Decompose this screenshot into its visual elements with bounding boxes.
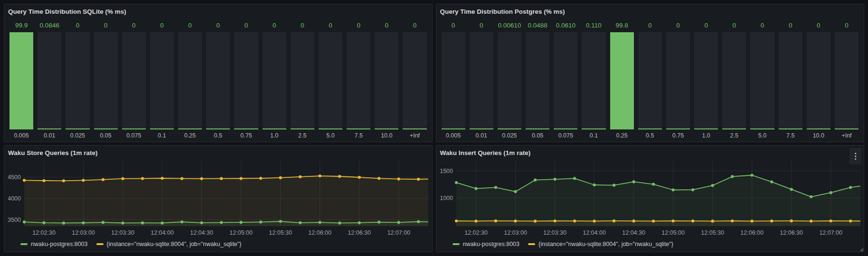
- histogram-column[interactable]: 05.0: [750, 16, 774, 140]
- histogram-column[interactable]: 01.0: [263, 16, 286, 140]
- panel-menu-button[interactable]: ⋮: [849, 148, 861, 165]
- histogram-column[interactable]: 05.0: [319, 16, 342, 140]
- legend-label: nwaku-postgres:8003: [463, 241, 520, 247]
- legend-item[interactable]: {instance="nwaku-sqlite:8004", job="nwak…: [96, 241, 242, 247]
- panel-header[interactable]: Query Time Distribution SQLite (% ms): [8, 7, 428, 16]
- histogram-bar[interactable]: [291, 32, 314, 129]
- postgres-histogram-chart[interactable]: 00.00500.010.006100.0250.04880.050.06100…: [440, 16, 860, 140]
- data-point: [494, 219, 497, 222]
- legend-item[interactable]: nwaku-postgres:8003: [453, 241, 520, 247]
- histogram-column[interactable]: 010.0: [807, 16, 830, 140]
- histogram-column[interactable]: 99.80.25: [610, 16, 634, 140]
- histogram-column[interactable]: 00.75: [666, 16, 690, 140]
- histogram-bar[interactable]: [582, 32, 605, 129]
- histogram-column[interactable]: 0+Inf: [403, 16, 426, 140]
- x-tick-label: 12:07:00: [387, 229, 410, 236]
- bar-category-label: 2.5: [291, 129, 314, 140]
- histogram-column[interactable]: 00.25: [178, 16, 202, 140]
- histogram-column[interactable]: 0.04880.05: [526, 16, 549, 140]
- y-tick-label: 4500: [8, 174, 21, 181]
- data-point: [338, 221, 341, 224]
- histogram-bar[interactable]: [526, 32, 549, 129]
- histogram-column[interactable]: 00.05: [94, 16, 118, 140]
- histogram-column[interactable]: 00.75: [234, 16, 258, 140]
- data-point: [849, 186, 852, 189]
- panel-resize-handle[interactable]: [859, 247, 863, 251]
- histogram-column[interactable]: 07.5: [347, 16, 370, 140]
- histogram-column[interactable]: 0.08460.01: [38, 16, 61, 140]
- histogram-bar[interactable]: [178, 32, 202, 129]
- histogram-bar[interactable]: [9, 32, 33, 129]
- bar-category-label: 0.5: [206, 129, 230, 140]
- histogram-bar[interactable]: [347, 32, 370, 129]
- panel-header[interactable]: Waku Insert Queries (1m rate): [440, 148, 860, 157]
- histogram-column[interactable]: 99.90.005: [9, 16, 33, 140]
- x-tick-label: 12:06:00: [740, 229, 764, 236]
- histogram-bar[interactable]: [263, 32, 286, 129]
- histogram-bar[interactable]: [470, 32, 493, 129]
- histogram-bar[interactable]: [150, 32, 174, 129]
- bar-value-label: 0: [291, 16, 314, 32]
- histogram-bar[interactable]: [722, 32, 746, 129]
- data-point: [220, 221, 223, 224]
- histogram-bar[interactable]: [835, 32, 859, 129]
- legend-label: nwaku-postgres:8003: [31, 241, 88, 247]
- data-point: [102, 221, 104, 224]
- histogram-bar[interactable]: [94, 32, 118, 129]
- bar-value-label: 99.8: [610, 16, 634, 32]
- insert-queries-timeseries[interactable]: 1000150012:02:3012:03:0012:03:3012:04:00…: [440, 157, 860, 238]
- timeseries-plot[interactable]: 1000150012:02:3012:03:0012:03:3012:04:00…: [440, 157, 860, 238]
- histogram-bar[interactable]: [66, 32, 89, 129]
- histogram-bar[interactable]: [234, 32, 258, 129]
- histogram-bar[interactable]: [750, 32, 774, 129]
- panel-header[interactable]: Query Time Distribution Postgres (% ms): [440, 7, 860, 16]
- histogram-column[interactable]: 00.5: [638, 16, 662, 140]
- panel-title[interactable]: Waku Insert Queries (1m rate): [440, 149, 531, 157]
- timeseries-plot[interactable]: 35004000450012:02:3012:03:0012:03:3012:0…: [8, 157, 428, 238]
- histogram-bar[interactable]: [403, 32, 426, 129]
- histogram-bar[interactable]: [442, 32, 465, 129]
- histogram-column[interactable]: 00.025: [66, 16, 89, 140]
- panel-title[interactable]: Query Time Distribution SQLite (% ms): [8, 8, 126, 16]
- histogram-bar[interactable]: [319, 32, 342, 129]
- histogram-column[interactable]: 07.5: [779, 16, 802, 140]
- data-point: [632, 180, 635, 183]
- histogram-column[interactable]: 0.06100.075: [554, 16, 577, 140]
- histogram-column[interactable]: 00.01: [470, 16, 493, 140]
- panel-title[interactable]: Query Time Distribution Postgres (% ms): [440, 8, 565, 16]
- data-point: [533, 219, 536, 222]
- histogram-column[interactable]: 02.5: [722, 16, 746, 140]
- bar-category-label: 2.5: [722, 129, 746, 140]
- legend-item[interactable]: {instance="nwaku-sqlite:8004", job="nwak…: [528, 241, 673, 247]
- histogram-column[interactable]: 00.1: [150, 16, 174, 140]
- panel-title[interactable]: Waku Store Queries (1m rate): [8, 149, 98, 157]
- histogram-column[interactable]: 01.0: [694, 16, 718, 140]
- histogram-bar[interactable]: [38, 32, 61, 129]
- bar-category-label: 0.1: [150, 129, 174, 140]
- histogram-column[interactable]: 0+Inf: [835, 16, 859, 140]
- histogram-bar[interactable]: [666, 32, 690, 129]
- histogram-column[interactable]: 00.075: [122, 16, 146, 140]
- histogram-bar[interactable]: [610, 32, 634, 129]
- histogram-column[interactable]: 00.5: [206, 16, 230, 140]
- histogram-column[interactable]: 0.006100.025: [498, 16, 521, 140]
- histogram-column[interactable]: 02.5: [291, 16, 314, 140]
- sqlite-histogram-chart[interactable]: 99.90.0050.08460.0100.02500.0500.07500.1…: [8, 16, 428, 140]
- histogram-bar[interactable]: [375, 32, 398, 129]
- panel-header[interactable]: Waku Store Queries (1m rate): [8, 148, 428, 157]
- histogram-bar[interactable]: [694, 32, 718, 129]
- data-point: [829, 219, 832, 222]
- legend-item[interactable]: nwaku-postgres:8003: [20, 241, 88, 247]
- histogram-bar[interactable]: [554, 32, 577, 129]
- series-area: [456, 175, 860, 227]
- histogram-bar[interactable]: [498, 32, 521, 129]
- histogram-column[interactable]: 00.005: [442, 16, 465, 140]
- histogram-bar[interactable]: [807, 32, 830, 129]
- histogram-column[interactable]: 0.1100.1: [582, 16, 605, 140]
- histogram-bar[interactable]: [122, 32, 146, 129]
- histogram-bar[interactable]: [206, 32, 230, 129]
- histogram-bar[interactable]: [779, 32, 802, 129]
- histogram-bar[interactable]: [638, 32, 662, 129]
- store-queries-timeseries[interactable]: 35004000450012:02:3012:03:0012:03:3012:0…: [8, 157, 428, 238]
- histogram-column[interactable]: 010.0: [375, 16, 398, 140]
